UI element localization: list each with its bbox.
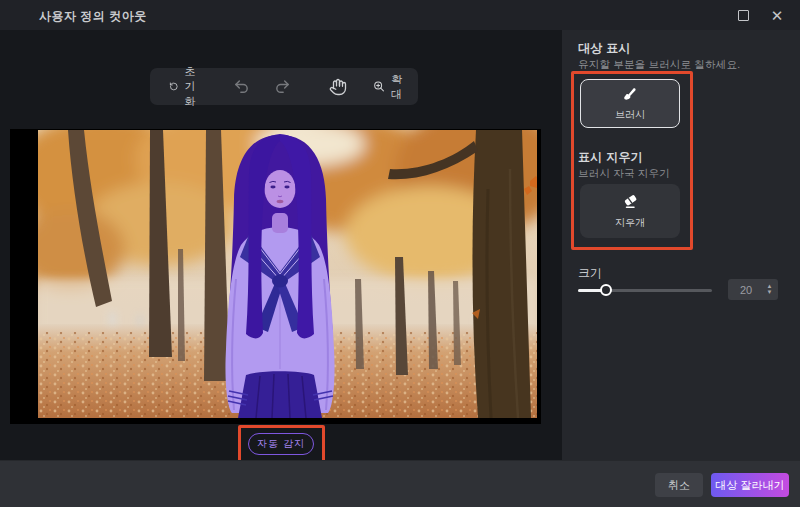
tool-panel: 대상 표시 유지할 부분을 브러시로 칠하세요. 브러시 표시 지우기 브러시 …: [562, 30, 800, 460]
reset-button[interactable]: 초기화: [164, 60, 208, 113]
confirm-cutout-button[interactable]: 대상 잘라내기: [711, 473, 789, 497]
maximize-button[interactable]: [726, 0, 760, 30]
size-label: 크기: [578, 265, 602, 282]
cancel-button[interactable]: 취소: [655, 473, 703, 497]
size-slider[interactable]: [578, 282, 712, 298]
slider-knob[interactable]: [600, 284, 612, 296]
masked-subject: [225, 134, 334, 418]
auto-detect-button[interactable]: 자동 감지: [248, 433, 314, 455]
close-button[interactable]: ✕: [760, 0, 794, 30]
canvas-toolbar: 초기화: [150, 68, 418, 105]
brush-label: 브러시: [615, 108, 645, 122]
reset-icon: [169, 78, 179, 95]
redo-icon: [274, 78, 291, 95]
eraser-icon: [621, 192, 640, 211]
target-section-title: 대상 표시: [578, 40, 631, 57]
zoom-in-icon: [373, 78, 385, 95]
brush-tool-button[interactable]: 브러시: [580, 79, 680, 128]
zoom-in-button[interactable]: 확대: [368, 68, 412, 106]
hand-tool-button[interactable]: [324, 74, 352, 100]
photo-scene: [10, 129, 541, 424]
custom-cutout-dialog: 사용자 정의 컷아웃 ✕ 초기화: [0, 0, 800, 507]
reset-label: 초기화: [185, 64, 203, 109]
size-value: 20: [728, 284, 764, 296]
brush-icon: [621, 85, 639, 103]
spinner-down-icon[interactable]: ▼: [767, 290, 773, 295]
size-spinbox[interactable]: 20 ▲ ▼: [728, 279, 778, 300]
auto-detect-area: 자동 감지: [238, 425, 325, 463]
footer-bar: 취소 대상 잘라내기: [0, 460, 800, 507]
erase-section-title: 표시 지우기: [578, 149, 643, 166]
zoom-label: 확대: [391, 72, 407, 102]
title-bar: 사용자 정의 컷아웃 ✕: [0, 0, 800, 30]
hand-icon: [329, 78, 347, 96]
photo-content: [10, 129, 541, 418]
target-section-subtitle: 유지할 부분을 브러시로 칠하세요.: [578, 58, 740, 72]
eraser-tool-button[interactable]: 지우개: [580, 184, 680, 238]
maximize-icon: [738, 10, 749, 21]
undo-icon: [233, 78, 250, 95]
close-icon: ✕: [771, 8, 784, 23]
eraser-label: 지우개: [615, 216, 645, 230]
erase-section-subtitle: 브러시 자국 지우기: [578, 167, 670, 181]
canvas-image[interactable]: [10, 129, 541, 424]
redo-button[interactable]: [269, 74, 296, 99]
canvas-area: 초기화: [0, 30, 562, 460]
dialog-title: 사용자 정의 컷아웃: [39, 8, 147, 25]
undo-button[interactable]: [228, 74, 255, 99]
